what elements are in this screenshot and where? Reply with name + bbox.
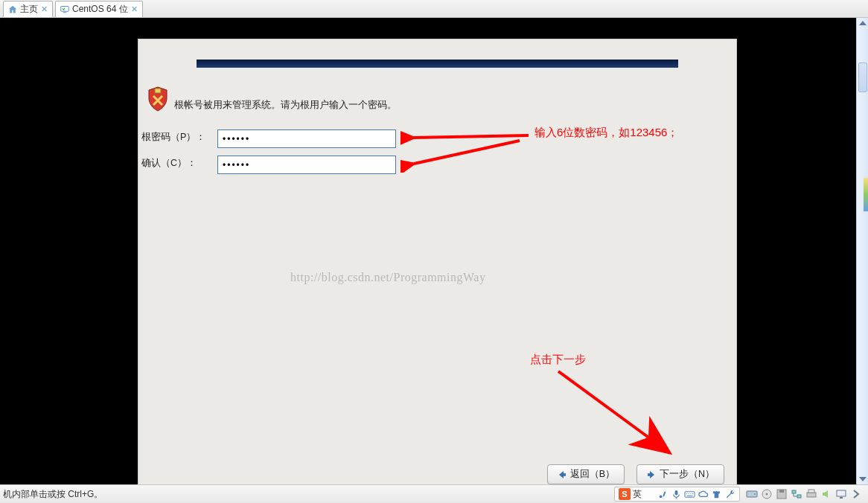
svg-rect-19: [808, 490, 814, 493]
root-password-input[interactable]: [217, 129, 396, 148]
vm-devices-tray: [746, 488, 868, 500]
svg-rect-18: [807, 493, 816, 497]
vm-display[interactable]: 根帐号被用来管理系统。请为根用户输入一个密码。 根密码（P）： 确认（C）： h…: [0, 18, 868, 484]
sogou-icon: S: [619, 488, 631, 500]
status-bar: 机内部单击或按 Ctrl+G。 S 英: [0, 484, 868, 503]
svg-rect-9: [685, 491, 695, 497]
shield-icon: [147, 86, 168, 115]
installer-instruction: 根帐号被用来管理系统。请为根用户输入一个密码。: [174, 98, 397, 112]
watermark-text: http://blog.csdn.net/ProgrammingWay: [290, 271, 485, 284]
display-icon[interactable]: [835, 488, 847, 500]
home-icon: [8, 5, 17, 14]
svg-rect-8: [675, 490, 678, 495]
tab-vm-label: CentOS 64 位: [72, 3, 128, 16]
sound-icon[interactable]: [820, 488, 832, 500]
back-button[interactable]: 返回（B）: [547, 464, 625, 484]
annotation-next-hint: 点击下一步: [530, 353, 586, 367]
close-icon[interactable]: ✕: [41, 4, 48, 14]
annotation-password-hint: 输入6位数密码，如123456；: [534, 126, 678, 140]
shirt-icon: [711, 489, 722, 500]
svg-rect-15: [779, 490, 784, 493]
confirm-label-row: 确认（C）：: [141, 157, 216, 170]
cd-icon[interactable]: [761, 488, 773, 500]
confirm-password-input[interactable]: [217, 156, 396, 174]
svg-rect-5: [563, 473, 566, 476]
svg-rect-17: [797, 495, 801, 498]
chevron-right-icon[interactable]: [850, 488, 862, 500]
network-icon[interactable]: [791, 488, 802, 500]
back-button-label: 返回（B）: [570, 468, 615, 481]
svg-rect-6: [648, 473, 651, 476]
monitor-icon: [60, 5, 69, 14]
scrollbar-vertical[interactable]: [856, 18, 868, 484]
close-icon[interactable]: ✕: [131, 4, 138, 14]
tab-bar: 主页 ✕ CentOS 64 位 ✕: [0, 0, 868, 18]
ime-toolbar[interactable]: S 英: [614, 487, 740, 502]
scrollbar-thumb[interactable]: [858, 63, 867, 92]
svg-rect-0: [61, 6, 69, 11]
printer-icon[interactable]: [805, 488, 817, 500]
status-hint: 机内部单击或按 Ctrl+G。: [0, 488, 614, 501]
password-label-row: 根密码（P）：: [141, 131, 216, 144]
moon-icon: [644, 489, 655, 500]
svg-rect-20: [837, 490, 846, 496]
installer-header-bar: [197, 60, 678, 68]
confirm-label: 确认（C）：: [141, 157, 216, 170]
ime-lang: 英: [633, 488, 642, 501]
tab-home[interactable]: 主页 ✕: [3, 1, 53, 17]
floppy-icon[interactable]: [776, 488, 788, 500]
svg-point-7: [660, 495, 663, 498]
arrow-left-icon: [557, 470, 567, 480]
svg-point-11: [754, 493, 756, 495]
keyboard-icon: [684, 489, 695, 500]
arrow-right-icon: [646, 470, 657, 480]
svg-rect-16: [792, 490, 796, 493]
tab-vm[interactable]: CentOS 64 位 ✕: [55, 1, 143, 17]
cloud-icon: [698, 489, 709, 500]
punctuation-icon: [657, 489, 668, 500]
tab-home-label: 主页: [20, 3, 38, 16]
svg-point-13: [766, 493, 768, 496]
password-label: 根密码（P）：: [141, 131, 216, 144]
microphone-icon: [671, 489, 682, 500]
next-button[interactable]: 下一步（N）: [636, 464, 724, 484]
scrollbar-marks: [864, 178, 868, 211]
svg-rect-1: [155, 89, 161, 93]
harddisk-icon[interactable]: [746, 488, 758, 500]
wrench-icon: [724, 489, 735, 500]
next-button-label: 下一步（N）: [660, 468, 715, 481]
